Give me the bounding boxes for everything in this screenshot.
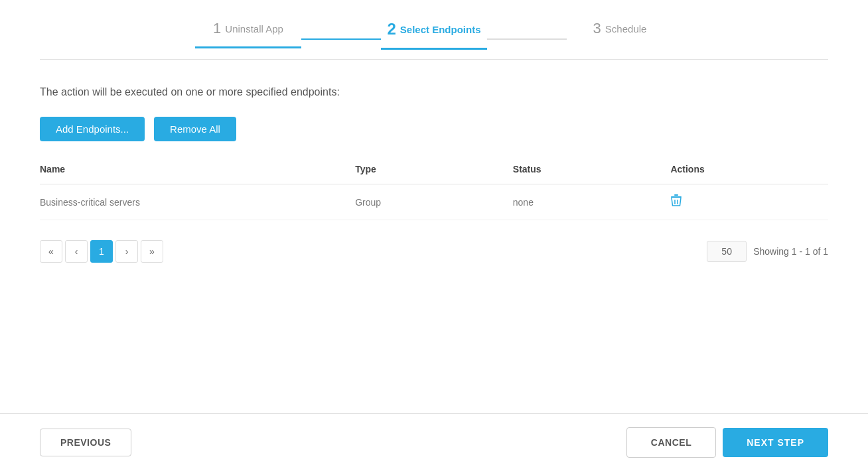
row-name: Business-critical servers — [40, 197, 355, 208]
per-page-input[interactable] — [707, 241, 747, 262]
pagination-controls: « ‹ 1 › » — [40, 240, 163, 263]
page-first-button[interactable]: « — [40, 240, 62, 263]
table-row: Business-critical servers Group none — [40, 184, 828, 220]
footer-right: CANCEL NEXT STEP — [626, 427, 828, 458]
step-1-underline — [195, 46, 301, 48]
pagination-right: Showing 1 - 1 of 1 — [707, 241, 828, 262]
page-current-button[interactable]: 1 — [90, 240, 113, 263]
step-3-label: Schedule — [605, 23, 647, 34]
connector-1-2 — [301, 38, 381, 40]
page-wrapper: 1 Uninstall App 2 Select Endpoints — [0, 0, 868, 471]
table-header: Name Type Status Actions — [40, 160, 828, 184]
step-2: 2 Select Endpoints — [381, 20, 487, 50]
step-1: 1 Uninstall App — [195, 20, 301, 48]
delete-row-button[interactable] — [670, 196, 682, 210]
page-last-button[interactable]: » — [141, 240, 163, 263]
showing-text: Showing 1 - 1 of 1 — [753, 246, 828, 257]
add-endpoints-button[interactable]: Add Endpoints... — [40, 117, 145, 141]
cancel-button[interactable]: CANCEL — [626, 427, 716, 458]
remove-all-button[interactable]: Remove All — [154, 117, 236, 141]
step-3: 3 Schedule — [567, 20, 673, 48]
row-actions — [670, 194, 828, 210]
col-name: Name — [40, 160, 355, 178]
svg-rect-1 — [674, 194, 678, 196]
col-status: Status — [513, 160, 671, 178]
next-step-button[interactable]: NEXT STEP — [723, 428, 828, 457]
col-actions: Actions — [670, 160, 828, 178]
previous-button[interactable]: PREVIOUS — [40, 429, 131, 456]
content-area: The action will be executed on one or mo… — [0, 60, 868, 413]
row-status: none — [513, 197, 671, 208]
step-3-underline — [567, 46, 673, 48]
step-2-underline — [381, 48, 487, 50]
page-prev-button[interactable]: ‹ — [65, 240, 88, 263]
step-3-number: 3 — [593, 20, 601, 37]
description-text: The action will be executed on one or mo… — [40, 86, 828, 98]
step-2-number: 2 — [387, 20, 396, 38]
page-next-button[interactable]: › — [115, 240, 138, 263]
stepper: 1 Uninstall App 2 Select Endpoints — [0, 0, 868, 50]
row-type: Group — [355, 197, 513, 208]
endpoints-table: Name Type Status Actions Business-critic… — [40, 160, 828, 220]
action-buttons: Add Endpoints... Remove All — [40, 117, 828, 141]
step-1-number: 1 — [213, 20, 221, 37]
footer: PREVIOUS CANCEL NEXT STEP — [0, 414, 868, 471]
step-1-label: Uninstall App — [225, 23, 283, 34]
step-2-label: Select Endpoints — [400, 24, 481, 35]
svg-rect-0 — [671, 196, 682, 198]
pagination-row: « ‹ 1 › » Showing 1 - 1 of 1 — [40, 240, 828, 263]
connector-2-3 — [487, 38, 567, 40]
col-type: Type — [355, 160, 513, 178]
